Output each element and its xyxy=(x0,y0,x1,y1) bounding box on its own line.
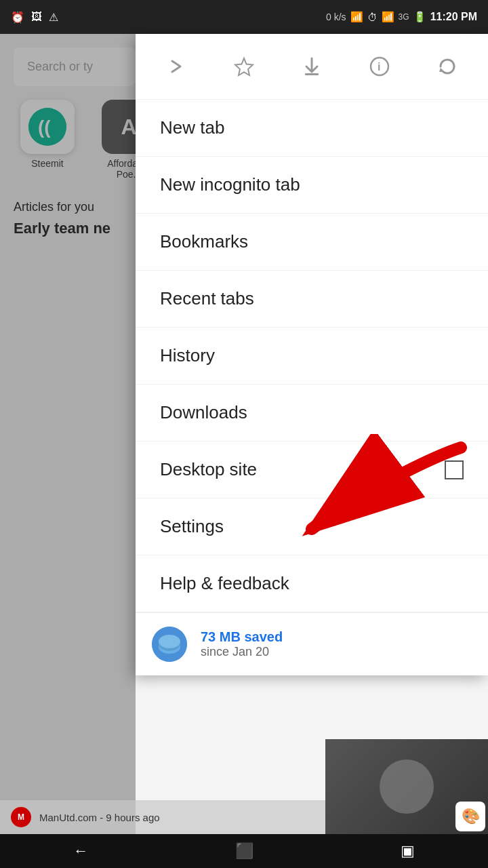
menu-item-desktop-site[interactable]: Desktop site xyxy=(136,441,488,498)
forward-icon xyxy=(165,56,187,77)
refresh-button[interactable] xyxy=(428,47,466,85)
desktop-site-checkbox[interactable] xyxy=(445,460,464,479)
download-icon xyxy=(301,56,323,77)
forward-button[interactable] xyxy=(157,47,195,85)
data-saver-bar: 73 MB saved since Jan 20 xyxy=(136,612,488,675)
photo-person xyxy=(380,760,434,814)
status-icons-left: ⏰ 🖼 ⚠ xyxy=(11,11,58,24)
svg-rect-3 xyxy=(305,73,319,75)
manutd-bar: M ManUtd.com - 9 hours ago xyxy=(0,800,325,834)
svg-marker-2 xyxy=(235,58,253,75)
svg-point-10 xyxy=(159,635,180,648)
menu-item-new-tab[interactable]: New tab xyxy=(136,100,488,157)
network-type-badge: 3G xyxy=(399,12,409,22)
status-time: 11:20 PM xyxy=(430,11,477,23)
menu-icon-bar: i xyxy=(136,34,488,100)
home-icon[interactable]: ⬛ xyxy=(235,842,253,860)
back-icon[interactable]: ← xyxy=(73,842,88,860)
menu-item-downloads[interactable]: Downloads xyxy=(136,384,488,441)
photo-area: 🎨 xyxy=(325,739,488,834)
svg-marker-6 xyxy=(439,68,445,72)
svg-text:i: i xyxy=(378,61,380,73)
manutd-text: ManUtd.com - 9 hours ago xyxy=(39,812,160,823)
dropdown-menu: i New tab New incognito tab Bookmarks Re… xyxy=(136,34,488,675)
background-overlay xyxy=(0,34,136,868)
info-icon: i xyxy=(369,56,390,77)
data-saver-text: 73 MB saved since Jan 20 xyxy=(201,629,283,659)
clock-icon: ⏱ xyxy=(367,12,378,23)
menu-item-settings[interactable]: Settings xyxy=(136,498,488,555)
menu-item-bookmarks[interactable]: Bookmarks xyxy=(136,214,488,271)
data-saved-since: since Jan 20 xyxy=(201,645,283,659)
status-icons-right: 0 k/s 📶 ⏱ 📶 3G 🔋 11:20 PM xyxy=(326,11,477,23)
warning-icon: ⚠ xyxy=(49,11,58,24)
network-bars-icon: 📶 xyxy=(382,11,394,23)
status-bar: ⏰ 🖼 ⚠ 0 k/s 📶 ⏱ 📶 3G 🔋 11:20 PM xyxy=(0,0,488,34)
menu-item-recent-tabs[interactable]: Recent tabs xyxy=(136,271,488,328)
download-page-button[interactable] xyxy=(293,47,331,85)
network-speed: 0 k/s xyxy=(326,12,346,22)
bookmark-button[interactable] xyxy=(225,47,263,85)
menu-item-help-feedback[interactable]: Help & feedback xyxy=(136,555,488,612)
bottom-nav-bar: ← ⬛ ▣ xyxy=(0,834,488,868)
data-saver-icon xyxy=(152,627,187,662)
refresh-icon xyxy=(436,56,458,77)
gallery-icon: 🖼 xyxy=(31,11,42,23)
recents-icon[interactable]: ▣ xyxy=(401,842,415,860)
page-info-button[interactable]: i xyxy=(361,47,399,85)
alarm-icon: ⏰ xyxy=(11,11,24,24)
menu-item-history[interactable]: History xyxy=(136,328,488,384)
signal-icon: 📶 xyxy=(350,11,363,23)
data-saved-amount: 73 MB saved xyxy=(201,629,283,645)
manutd-logo: M xyxy=(11,807,31,827)
battery-icon: 🔋 xyxy=(413,11,426,23)
photo-editor-badge: 🎨 xyxy=(455,802,485,831)
star-icon xyxy=(233,56,255,77)
menu-item-new-incognito-tab[interactable]: New incognito tab xyxy=(136,157,488,214)
